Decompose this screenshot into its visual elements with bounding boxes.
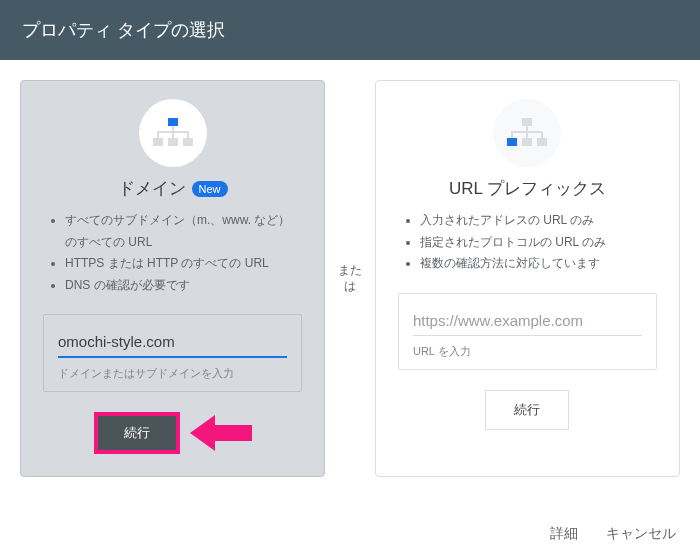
svg-rect-0 <box>168 118 178 126</box>
domain-bullet: DNS の確認が必要です <box>65 275 302 297</box>
svg-rect-2 <box>168 138 178 146</box>
url-input-helper: URL を入力 <box>413 344 642 359</box>
svg-rect-7 <box>537 138 547 146</box>
svg-rect-3 <box>183 138 193 146</box>
sitemap-icon <box>153 118 193 148</box>
domain-card-title-row: ドメイン New <box>118 177 228 200</box>
domain-card-title: ドメイン <box>118 177 186 200</box>
url-prefix-card[interactable]: URL プレフィックス 入力されたアドレスの URL のみ 指定されたプロトコル… <box>375 80 680 477</box>
url-input[interactable] <box>413 308 642 336</box>
svg-rect-4 <box>522 118 532 126</box>
url-bullet: 入力されたアドレスの URL のみ <box>420 210 657 232</box>
content-area: ドメイン New すべてのサブドメイン（m.、www. など）のすべての URL… <box>0 60 700 497</box>
url-bullet: 複数の確認方法に対応しています <box>420 253 657 275</box>
domain-bullet: すべてのサブドメイン（m.、www. など）のすべての URL <box>65 210 302 253</box>
arrow-left-icon <box>190 413 252 453</box>
domain-input[interactable] <box>58 329 287 358</box>
url-card-title: URL プレフィックス <box>449 177 606 200</box>
svg-rect-6 <box>522 138 532 146</box>
svg-rect-5 <box>507 138 517 146</box>
dialog-footer: 詳細 キャンセル <box>550 525 676 543</box>
url-continue-button[interactable]: 続行 <box>485 390 569 430</box>
domain-button-row: 続行 <box>94 412 252 454</box>
url-input-wrap: URL を入力 <box>398 293 657 370</box>
domain-bullet: HTTPS または HTTP のすべての URL <box>65 253 302 275</box>
url-bullet: 指定されたプロトコルの URL のみ <box>420 232 657 254</box>
cancel-button[interactable]: キャンセル <box>606 525 676 543</box>
separator-label: または <box>333 80 367 477</box>
dialog-title: プロパティ タイプの選択 <box>22 20 225 40</box>
url-bullets: 入力されたアドレスの URL のみ 指定されたプロトコルの URL のみ 複数の… <box>398 210 657 275</box>
url-card-title-row: URL プレフィックス <box>449 177 606 200</box>
domain-bullets: すべてのサブドメイン（m.、www. など）のすべての URL HTTPS また… <box>43 210 302 296</box>
domain-icon-circle <box>139 99 207 167</box>
svg-rect-1 <box>153 138 163 146</box>
dialog-header: プロパティ タイプの選択 <box>0 0 700 60</box>
new-badge: New <box>192 181 228 197</box>
details-link[interactable]: 詳細 <box>550 525 578 543</box>
domain-card[interactable]: ドメイン New すべてのサブドメイン（m.、www. など）のすべての URL… <box>20 80 325 477</box>
domain-continue-button[interactable]: 続行 <box>94 412 180 454</box>
domain-input-helper: ドメインまたはサブドメインを入力 <box>58 366 287 381</box>
url-icon-circle <box>493 99 561 167</box>
sitemap-icon <box>507 118 547 148</box>
domain-input-wrap: ドメインまたはサブドメインを入力 <box>43 314 302 392</box>
